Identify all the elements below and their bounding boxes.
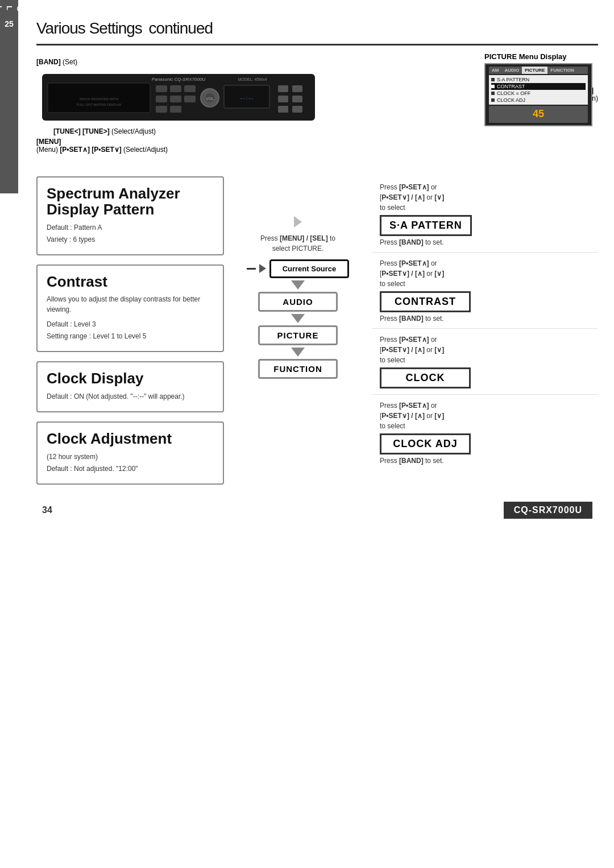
- svg-rect-24: [292, 106, 302, 113]
- language-tab: ENGLISH 25: [0, 0, 18, 193]
- spectrum-title: Spectrum AnalyzerDisplay Pattern: [47, 185, 214, 218]
- contrast-desc: Allows you to adjust the display contras…: [47, 294, 214, 315]
- clock-adj-label-box: CLOCK ADJ: [380, 433, 471, 454]
- arrow-head-small: [259, 264, 266, 273]
- audio-box: AUDIO: [258, 292, 338, 312]
- clock-adj-system: (12 hour system): [47, 452, 214, 462]
- contrast-body: Allows you to adjust the display contras…: [47, 294, 214, 341]
- clock-display-body: Default : ON (Not adjusted. "--:--" will…: [47, 391, 214, 402]
- clock-adj-title: Clock Adjustment: [47, 431, 214, 447]
- band-label: [BAND]: [36, 58, 61, 66]
- tab-picture: PICTURE: [522, 67, 547, 74]
- tab-audio: AUDIO: [501, 67, 522, 74]
- dot-icon: [491, 78, 495, 81]
- right-section-clock-adj: Press [P•SET∧] or [P•SET∨] / [∧] or [∨] …: [372, 395, 598, 470]
- svg-rect-9: [156, 96, 167, 102]
- picture-menu-title: PICTURE Menu Display: [484, 52, 598, 61]
- flow-arrow-1: [291, 280, 305, 290]
- svg-rect-19: [278, 85, 288, 92]
- decorative-display: 45: [489, 106, 588, 123]
- feature-box-spectrum: Spectrum AnalyzerDisplay Pattern Default…: [36, 176, 224, 255]
- menu-item-clock-off: CLOCK = OFF: [491, 90, 586, 97]
- page-number: 34: [42, 505, 52, 515]
- svg-rect-20: [292, 85, 302, 92]
- contrast-label: CONTRAST: [395, 296, 456, 307]
- clock-label-box: CLOCK: [380, 367, 471, 388]
- feature-box-clock-adj: Clock Adjustment (12 hour system) Defaul…: [36, 421, 224, 485]
- clock-adj-label: CLOCK ADJ: [393, 438, 457, 449]
- picture-menu-box: AM AUDIO PICTURE FUNCTION S·A PATTERN CO…: [484, 63, 592, 126]
- menu-item-clock-adj: CLOCK ADJ: [491, 97, 586, 104]
- flow-arrow-3: [291, 348, 305, 357]
- decorative-number: 45: [533, 108, 544, 120]
- title-text: Various Settings: [36, 19, 142, 37]
- contrast-instruction: Press [P•SET∧] or [P•SET∨] / [∧] or [∨] …: [380, 258, 590, 289]
- svg-text:VOL: VOL: [206, 97, 214, 101]
- right-instructions-col: Press [P•SET∧] or [P•SET∨] / [∧] or [∨] …: [372, 176, 598, 485]
- current-source-label: Current Source: [283, 264, 337, 273]
- feature-box-contrast: Contrast Allows you to adjust the displa…: [36, 264, 224, 353]
- flow-diagram-col: Press [MENU] / [SEL] toselect PICTURE. C…: [224, 176, 372, 485]
- device-area: [BAND] (Set) Panasonic CQ-SRX7000U MODEL…: [36, 52, 598, 166]
- function-label: FUNCTION: [273, 364, 322, 374]
- picture-menu-display: PICTURE Menu Display AM AUDIO PICTURE FU…: [484, 52, 598, 126]
- contrast-text: CONTRAST: [497, 84, 525, 89]
- contrast-range: Setting range : Level 1 to Level 5: [47, 331, 214, 341]
- dot-icon: [491, 85, 495, 88]
- sa-pattern-label-box: S·A PATTERN: [380, 215, 472, 236]
- contrast-label-box: CONTRAST: [380, 291, 471, 312]
- clock-instruction: Press [P•SET∧] or [P•SET∨] / [∧] or [∨] …: [380, 334, 590, 365]
- svg-rect-13: [170, 106, 181, 113]
- svg-rect-6: [156, 85, 167, 92]
- right-section-sa-pattern: Press [P•SET∧] or [P•SET∨] / [∧] or [∨] …: [372, 176, 598, 253]
- feature-boxes-col: Spectrum AnalyzerDisplay Pattern Default…: [36, 176, 224, 485]
- menu-item-contrast: CONTRAST: [491, 83, 586, 90]
- model-badge: CQ-SRX7000U: [504, 502, 592, 519]
- sa-press-band: Press [BAND] to set.: [380, 238, 590, 246]
- menu-annotation: [MENU] (Menu) [P•SET∧] [P•SET∨] (Select/…: [36, 138, 168, 154]
- clock-display-default: Default : ON (Not adjusted. "--:--" will…: [47, 391, 214, 402]
- current-source-box: Current Source: [269, 259, 349, 278]
- main-content: Various Settings continued [BAND] (Set) …: [20, 0, 614, 536]
- arrow-head: [294, 216, 302, 228]
- language-letters: ENGLISH: [0, 6, 45, 13]
- title-suffix: continued: [149, 19, 213, 37]
- tab-am: AM: [489, 67, 501, 74]
- page-title: Various Settings continued: [36, 10, 598, 39]
- right-section-contrast: Press [P•SET∧] or [P•SET∨] / [∧] or [∨] …: [372, 253, 598, 329]
- clock-adj-instruction: Press [P•SET∧] or [P•SET∨] / [∧] or [∨] …: [380, 400, 590, 431]
- audio-label: AUDIO: [283, 297, 313, 307]
- svg-rect-12: [156, 106, 167, 113]
- sa-pattern-text: S·A PATTERN: [497, 77, 529, 82]
- arrow-stub: [247, 268, 256, 270]
- dot-icon: [491, 98, 495, 102]
- clock-off-text: CLOCK = OFF: [497, 90, 530, 96]
- band-note: (Set): [63, 58, 77, 66]
- svg-rect-10: [170, 96, 181, 102]
- clock-label: CLOCK: [406, 372, 445, 383]
- tune-annotation: [TUNE<] [TUNE>] (Select/Adjust): [53, 127, 156, 135]
- band-annotation: [BAND] (Set): [36, 58, 77, 66]
- spectrum-variety: Variety : 6 types: [47, 234, 214, 245]
- picture-box: PICTURE: [258, 325, 338, 345]
- clock-adj-press-band: Press [BAND] to set.: [380, 457, 590, 465]
- clock-display-title: Clock Display: [47, 370, 214, 387]
- right-section-clock: Press [P•SET∧] or [P•SET∨] / [∧] or [∨] …: [372, 329, 598, 395]
- svg-text:SD/CD RECEIVER WITH: SD/CD RECEIVER WITH: [80, 97, 118, 101]
- svg-text:FULL DOT MATRIX DISPLAY: FULL DOT MATRIX DISPLAY: [76, 103, 121, 106]
- svg-rect-22: [292, 96, 302, 102]
- svg-text:Panasonic  CQ-SRX7000U: Panasonic CQ-SRX7000U: [152, 77, 205, 82]
- arrow-row-spectrum: [294, 216, 302, 228]
- picture-menu-items: S·A PATTERN CONTRAST CLOCK = OFF CLOCK A…: [489, 75, 588, 105]
- picture-label: PICTURE: [277, 330, 319, 340]
- title-divider: [36, 44, 598, 46]
- clock-adj-menu-text: CLOCK ADJ: [497, 97, 525, 103]
- clock-adj-default: Default : Not adjusted. "12:00": [47, 464, 214, 474]
- svg-rect-8: [184, 85, 196, 92]
- svg-rect-11: [184, 96, 196, 102]
- device-svg: Panasonic CQ-SRX7000U MODEL: 45Wx4 SD/CD…: [42, 69, 321, 126]
- svg-rect-7: [170, 85, 181, 92]
- function-box: FUNCTION: [258, 359, 338, 379]
- clock-adj-body: (12 hour system) Default : Not adjusted.…: [47, 452, 214, 474]
- spectrum-default: Default : Pattern A: [47, 222, 214, 233]
